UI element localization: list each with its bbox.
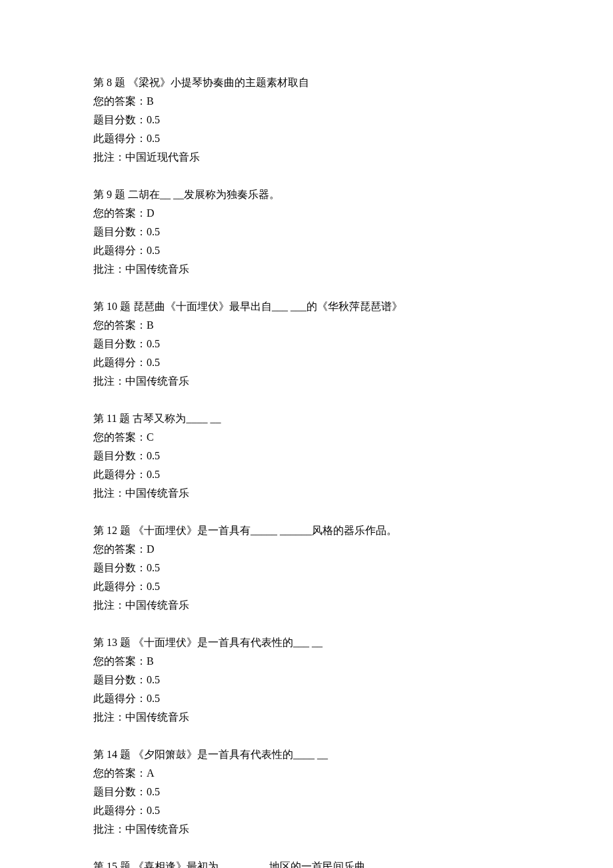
question-title: 第 15 题 《喜相逢》最初为_____ ____地区的一首民间乐曲 [93, 857, 520, 868]
question-text: 《夕阳箫鼓》是一首具有代表性的____ __ [131, 749, 328, 760]
earned-line: 此题得分：0.5 [93, 465, 520, 484]
question-score-label: 题目分数： [93, 450, 147, 461]
question-number: 12 [107, 525, 117, 536]
earned-score-label: 此题得分： [93, 133, 147, 144]
question-block: 第 11 题 古琴又称为____ __您的答案：C题目分数：0.5此题得分：0.… [93, 409, 520, 503]
question-text: 《梁祝》小提琴协奏曲的主题素材取自 [125, 77, 309, 88]
note-label: 批注： [93, 263, 125, 275]
note-value: 中国传统音乐 [125, 375, 189, 387]
question-text: 琵琶曲《十面埋伏》最早出自___ ___的《华秋萍琵琶谱》 [131, 301, 402, 312]
answer-value: B [147, 655, 154, 667]
answer-value: C [147, 431, 154, 443]
earned-line: 此题得分：0.5 [93, 241, 520, 260]
question-suffix-label: 题 [120, 301, 131, 312]
question-number: 9 [107, 189, 112, 200]
question-text: 《十面埋伏》是一首具有_____ ______风格的器乐作品。 [131, 525, 397, 536]
your-answer-label: 您的答案： [93, 767, 147, 779]
answer-value: B [147, 95, 154, 107]
question-prefix-label: 第 [93, 749, 104, 760]
note-label: 批注： [93, 711, 125, 723]
your-answer-label: 您的答案： [93, 95, 147, 107]
answer-value: A [147, 767, 155, 779]
question-block: 第 10 题 琵琶曲《十面埋伏》最早出自___ ___的《华秋萍琵琶谱》您的答案… [93, 297, 520, 391]
earned-score-label: 此题得分： [93, 357, 147, 368]
question-suffix-label: 题 [120, 861, 131, 868]
answer-line: 您的答案：A [93, 764, 520, 783]
question-prefix-label: 第 [93, 77, 104, 88]
question-prefix-label: 第 [93, 301, 104, 312]
question-suffix-label: 题 [115, 189, 125, 200]
question-score-label: 题目分数： [93, 674, 147, 685]
score-line: 题目分数：0.5 [93, 671, 520, 689]
question-prefix-label: 第 [93, 189, 104, 200]
note-line: 批注：中国近现代音乐 [93, 148, 520, 167]
note-line: 批注：中国传统音乐 [93, 596, 520, 615]
your-answer-label: 您的答案： [93, 543, 147, 555]
answer-value: B [147, 319, 154, 331]
score-value: 0.5 [147, 786, 160, 797]
question-title: 第 13 题 《十面埋伏》是一首具有代表性的___ __ [93, 633, 520, 652]
score-value: 0.5 [147, 226, 160, 237]
question-title: 第 11 题 古琴又称为____ __ [93, 409, 520, 428]
answer-line: 您的答案：C [93, 428, 520, 447]
question-number: 8 [107, 77, 112, 88]
question-title: 第 14 题 《夕阳箫鼓》是一首具有代表性的____ __ [93, 745, 520, 764]
question-block: 第 12 题 《十面埋伏》是一首具有_____ ______风格的器乐作品。您的… [93, 521, 520, 615]
question-prefix-label: 第 [93, 637, 104, 648]
note-label: 批注： [93, 487, 125, 499]
score-line: 题目分数：0.5 [93, 447, 520, 465]
note-value: 中国传统音乐 [125, 599, 189, 611]
note-line: 批注：中国传统音乐 [93, 260, 520, 279]
question-score-label: 题目分数： [93, 786, 147, 797]
note-value: 中国传统音乐 [125, 487, 189, 499]
question-score-label: 题目分数： [93, 562, 147, 573]
earned-line: 此题得分：0.5 [93, 577, 520, 596]
question-text: 古琴又称为____ __ [130, 413, 221, 424]
question-suffix-label: 题 [115, 77, 125, 88]
note-value: 中国传统音乐 [125, 823, 189, 835]
note-label: 批注： [93, 151, 125, 163]
question-number: 10 [107, 301, 117, 312]
score-value: 0.5 [147, 450, 160, 461]
earned-value: 0.5 [147, 693, 160, 704]
note-value: 中国传统音乐 [125, 263, 189, 275]
score-line: 题目分数：0.5 [93, 335, 520, 353]
question-text: 《十面埋伏》是一首具有代表性的___ __ [131, 637, 322, 648]
score-line: 题目分数：0.5 [93, 111, 520, 129]
question-block: 第 14 题 《夕阳箫鼓》是一首具有代表性的____ __您的答案：A题目分数：… [93, 745, 520, 839]
note-value: 中国近现代音乐 [125, 151, 200, 163]
question-block: 第 13 题 《十面埋伏》是一首具有代表性的___ __您的答案：B题目分数：0… [93, 633, 520, 727]
score-line: 题目分数：0.5 [93, 559, 520, 577]
note-value: 中国传统音乐 [125, 711, 189, 723]
score-value: 0.5 [147, 338, 160, 349]
earned-value: 0.5 [147, 469, 160, 480]
earned-value: 0.5 [147, 245, 160, 256]
note-line: 批注：中国传统音乐 [93, 484, 520, 503]
answer-value: D [147, 207, 155, 219]
earned-value: 0.5 [147, 357, 160, 368]
score-line: 题目分数：0.5 [93, 783, 520, 801]
question-number: 11 [107, 413, 117, 424]
answer-line: 您的答案：D [93, 540, 520, 559]
question-score-label: 题目分数： [93, 338, 147, 349]
note-line: 批注：中国传统音乐 [93, 708, 520, 727]
score-value: 0.5 [147, 674, 160, 685]
question-suffix-label: 题 [120, 637, 131, 648]
earned-score-label: 此题得分： [93, 581, 147, 592]
answer-line: 您的答案：D [93, 204, 520, 223]
answer-line: 您的答案：B [93, 92, 520, 111]
score-value: 0.5 [147, 562, 160, 573]
earned-score-label: 此题得分： [93, 693, 147, 704]
earned-score-label: 此题得分： [93, 245, 147, 256]
question-score-label: 题目分数： [93, 114, 147, 125]
earned-score-label: 此题得分： [93, 805, 147, 816]
earned-line: 此题得分：0.5 [93, 353, 520, 372]
score-value: 0.5 [147, 114, 160, 125]
question-title: 第 12 题 《十面埋伏》是一首具有_____ ______风格的器乐作品。 [93, 521, 520, 540]
question-score-label: 题目分数： [93, 226, 147, 237]
question-title: 第 8 题 《梁祝》小提琴协奏曲的主题素材取自 [93, 73, 520, 92]
earned-value: 0.5 [147, 805, 160, 816]
answer-value: D [147, 543, 155, 555]
question-prefix-label: 第 [93, 861, 104, 868]
question-suffix-label: 题 [120, 749, 131, 760]
